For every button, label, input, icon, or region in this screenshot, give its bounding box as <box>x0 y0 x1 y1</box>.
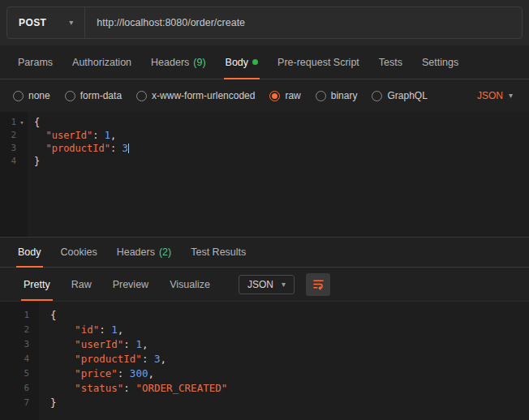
view-preview[interactable]: Preview <box>102 268 159 301</box>
line-number: 1 <box>0 116 16 129</box>
code-token: "id" <box>75 324 99 336</box>
code-token: 1 <box>135 338 142 350</box>
tab-label: Tests <box>379 57 402 68</box>
code-token: : <box>110 143 122 154</box>
code-token: 300 <box>130 367 148 379</box>
code-token: "status" <box>75 382 123 394</box>
chevron-down-icon: ▾ <box>69 19 73 27</box>
radio-label: form-data <box>80 90 122 101</box>
tab-label: Params <box>18 57 53 68</box>
fold-spacer <box>16 155 28 168</box>
tab-authorization[interactable]: Authorization <box>62 45 141 79</box>
line-number: 2 <box>0 129 16 142</box>
fold-spacer <box>29 381 39 396</box>
line-number: 4 <box>0 155 16 168</box>
line-number: 1 <box>0 308 29 323</box>
request-url-bar: POST ▾ http://localhost:8080/order/creat… <box>6 6 523 39</box>
response-body-viewer: 1{2 "id": 1,3 "userId": 1,4 "productId":… <box>0 302 529 420</box>
body-mode-form-data[interactable]: form-data <box>65 90 122 101</box>
body-mode-none[interactable]: none <box>13 90 50 101</box>
code-token: "price" <box>75 367 118 379</box>
response-tab-headers[interactable]: Headers(2) <box>107 238 182 267</box>
code-content: "userId": 1, <box>39 337 148 352</box>
radio-label: raw <box>285 90 300 101</box>
response-tab-test-results[interactable]: Test Results <box>181 238 256 267</box>
tab-label: Body <box>18 246 41 258</box>
tab-pre-request-script[interactable]: Pre-request Script <box>268 45 369 79</box>
body-mode-graphql[interactable]: GraphQL <box>372 90 427 101</box>
url-text: http://localhost:8080/order/create <box>97 17 245 28</box>
wrap-text-icon <box>312 278 325 290</box>
code-token: : <box>123 338 135 350</box>
code-token <box>34 130 45 141</box>
request-code-lines: 1▾{2 "userId": 1,3 "productId": 34} <box>0 116 529 168</box>
line-number: 6 <box>0 381 29 396</box>
line-number: 4 <box>0 352 29 366</box>
code-content: } <box>39 396 57 410</box>
code-token: : <box>92 130 104 141</box>
method-label: POST <box>19 17 46 28</box>
tab-headers[interactable]: Headers(9) <box>141 45 216 79</box>
tab-params[interactable]: Params <box>8 45 62 79</box>
code-content: { <box>39 308 57 323</box>
response-toolbar: PrettyRawPreviewVisualize JSON ▾ <box>0 268 529 302</box>
code-content: "id": 1, <box>39 323 123 337</box>
tab-label: Authorization <box>72 57 131 68</box>
tab-label: Cookies <box>61 246 97 258</box>
code-line: 7} <box>0 396 529 410</box>
fold-spacer <box>29 323 39 337</box>
request-body-editor[interactable]: 1▾{2 "userId": 1,3 "productId": 34} <box>0 112 529 237</box>
tab-body[interactable]: Body <box>216 45 269 79</box>
code-token: { <box>50 309 57 321</box>
tab-label: Settings <box>422 57 458 68</box>
response-code-lines: 1{2 "id": 1,3 "userId": 1,4 "productId":… <box>0 308 529 410</box>
fold-spacer <box>16 142 28 155</box>
code-token: , <box>148 367 154 379</box>
response-language-dropdown[interactable]: JSON ▾ <box>239 275 295 294</box>
code-token <box>50 324 75 336</box>
request-language-label: JSON <box>477 90 503 101</box>
body-mode-binary[interactable]: binary <box>316 90 358 101</box>
code-content: "price": 300, <box>39 366 154 381</box>
method-dropdown[interactable]: POST ▾ <box>7 7 85 38</box>
code-token <box>34 143 45 154</box>
tab-label: Headers <box>117 246 155 258</box>
code-line: 3 "productId": 3 <box>0 142 529 155</box>
code-token: } <box>50 396 57 409</box>
radio-label: x-www-form-urlencoded <box>152 90 255 101</box>
code-content: "productId": 3, <box>39 352 166 366</box>
body-mode-x-www-form-urlencoded[interactable]: x-www-form-urlencoded <box>136 90 255 101</box>
body-modes: noneform-datax-www-form-urlencodedrawbin… <box>13 90 428 101</box>
view-pretty[interactable]: Pretty <box>13 268 61 301</box>
response-tab-cookies[interactable]: Cookies <box>51 238 107 267</box>
code-token: { <box>34 117 40 128</box>
fold-spacer <box>16 129 28 142</box>
tab-tests[interactable]: Tests <box>369 45 412 79</box>
code-token: 3 <box>122 143 127 154</box>
radio-label: binary <box>331 90 358 101</box>
code-token: : <box>142 353 154 365</box>
code-line: 2 "id": 1, <box>0 323 529 337</box>
request-tabs: ParamsAuthorizationHeaders(9)BodyPre-req… <box>0 45 529 79</box>
radio-icon <box>372 91 382 101</box>
url-input[interactable]: http://localhost:8080/order/create <box>85 7 522 38</box>
line-number: 2 <box>0 323 29 337</box>
view-visualize[interactable]: Visualize <box>159 268 221 301</box>
body-mode-raw[interactable]: raw <box>269 90 300 101</box>
tab-settings[interactable]: Settings <box>412 45 468 79</box>
wrap-text-button[interactable] <box>306 273 330 296</box>
code-token <box>50 338 75 350</box>
code-content: "status": "ORDER_CREATED" <box>39 381 227 396</box>
code-content: { <box>28 116 40 129</box>
view-raw[interactable]: Raw <box>61 268 102 301</box>
radio-label: GraphQL <box>387 90 427 101</box>
fold-spacer <box>29 308 39 323</box>
radio-icon <box>13 91 24 101</box>
fold-spacer <box>29 366 39 381</box>
tab-label: Pre-request Script <box>277 57 359 68</box>
code-content: "productId": 3 <box>28 142 129 155</box>
response-views: PrettyRawPreviewVisualize <box>13 268 221 301</box>
code-line: 4 "productId": 3, <box>0 352 529 366</box>
request-language-dropdown[interactable]: JSON ▾ <box>477 90 516 101</box>
response-tab-body[interactable]: Body <box>8 238 51 267</box>
